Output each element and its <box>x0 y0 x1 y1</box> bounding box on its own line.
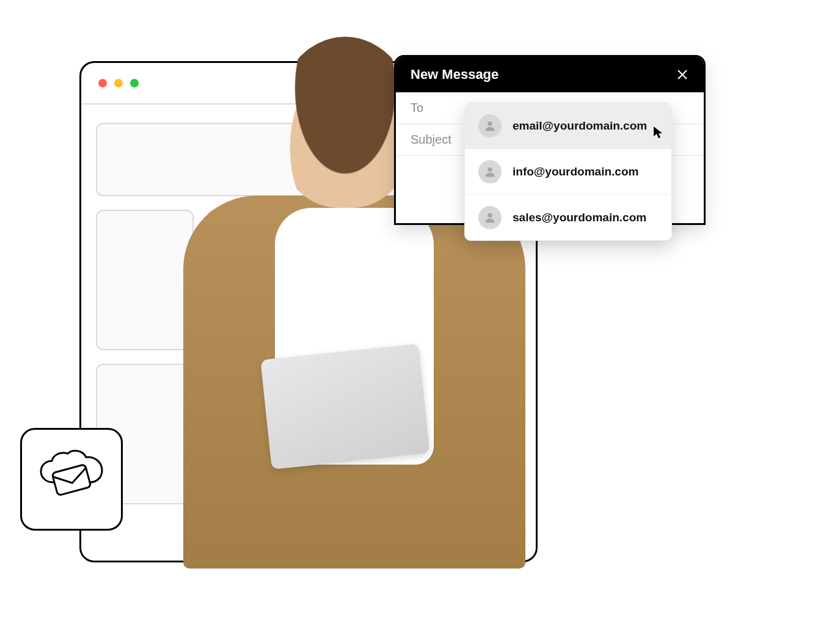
svg-point-3 <box>488 168 492 172</box>
compose-title: New Message <box>411 67 499 83</box>
suggestion-email: info@yourdomain.com <box>513 165 638 179</box>
close-icon[interactable] <box>676 68 689 81</box>
window-close-dot[interactable] <box>98 79 107 87</box>
content-block-small <box>96 210 194 350</box>
window-maximize-dot[interactable] <box>130 79 139 87</box>
cloud-mail-icon <box>35 449 108 510</box>
suggestion-item[interactable]: sales@yourdomain.com <box>465 195 671 240</box>
person-avatar-icon <box>478 114 502 138</box>
email-suggestions-dropdown: email@yourdomain.com info@yourdomain.com… <box>464 103 672 241</box>
compose-header: New Message <box>396 57 704 92</box>
subject-label: Subject <box>411 133 451 146</box>
suggestion-item[interactable]: info@yourdomain.com <box>465 149 671 195</box>
to-label: To <box>411 101 423 114</box>
cloud-mail-badge <box>20 428 123 531</box>
svg-point-2 <box>488 122 492 126</box>
window-minimize-dot[interactable] <box>114 79 123 87</box>
suggestion-email: sales@yourdomain.com <box>513 211 646 224</box>
suggestion-email: email@yourdomain.com <box>513 119 647 133</box>
person-avatar-icon <box>478 160 502 183</box>
svg-point-4 <box>488 213 492 218</box>
content-block-large <box>207 364 521 504</box>
person-avatar-icon <box>478 206 502 229</box>
suggestion-item[interactable]: email@yourdomain.com <box>465 103 671 149</box>
